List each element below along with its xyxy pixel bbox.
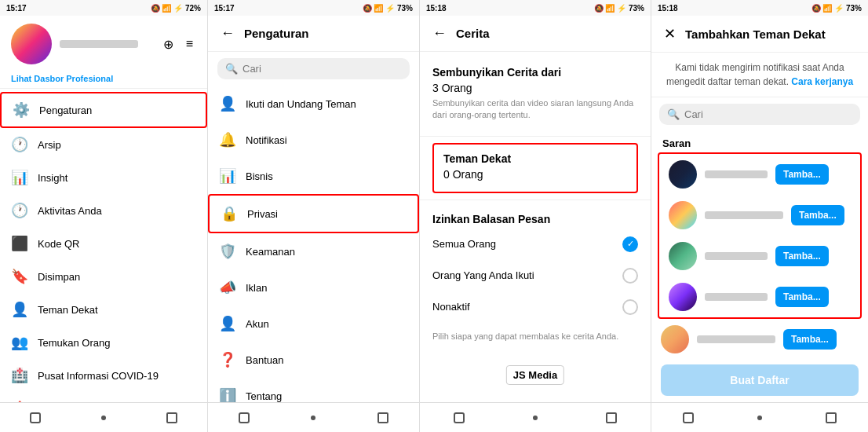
nav-back-2[interactable] <box>239 412 250 423</box>
bottom-nav-1 <box>0 402 207 432</box>
status-time-1: 15:17 <box>6 4 27 13</box>
bottom-nav-2 <box>208 402 419 432</box>
close-button[interactable]: ✕ <box>662 24 677 44</box>
close-friends-icon: 👤 <box>11 301 28 318</box>
status-icons-4: 🔕 📶 ⚡ 73% <box>811 4 862 13</box>
menu-item-covid[interactable]: 🏥 Pusat Informasi COVID-19 <box>0 359 207 392</box>
menu-item-temukan[interactable]: 👥 Temukan Orang <box>0 326 207 359</box>
nav-home-1[interactable] <box>101 416 106 420</box>
friend-buttons-box: Tamba... Tamba... Tamba... Tamba... <box>658 152 862 319</box>
settings-label-akun: Akun <box>246 318 269 330</box>
menu-label-covid: Pusat Informasi COVID-19 <box>38 370 159 382</box>
radio-off[interactable] <box>622 299 638 315</box>
menu-label-teman-dekat: Teman Dekat <box>38 304 98 316</box>
settings-label-bantuan: Bantuan <box>246 354 283 366</box>
menu-item-perbarui[interactable]: 📤 Perbarui Pengiriman Pesan <box>0 392 207 402</box>
menu-item-pengaturan[interactable]: ⚙️ Pengaturan <box>0 92 207 128</box>
story-title: Cerita <box>456 27 490 40</box>
panel-settings: 15:17 🔕 📶 ⚡ 73% ← Pengaturan 🔍 👤 Ikuti d… <box>208 0 420 432</box>
back-button-story[interactable]: ← <box>431 24 448 43</box>
friend-avatar-4 <box>669 283 697 311</box>
hide-section-value[interactable]: 3 Orang <box>432 82 638 94</box>
nav-back-3[interactable] <box>454 412 465 423</box>
friend-search-input[interactable] <box>684 108 852 120</box>
close-friends-header: ✕ Tambahkan Teman Dekat <box>651 16 868 53</box>
settings-label-iklan: Iklan <box>246 282 267 294</box>
story-divider-1 <box>420 136 651 137</box>
add-button-3[interactable]: Tamba... <box>775 246 829 266</box>
story-header: ← Cerita <box>420 16 651 52</box>
settings-item-akun[interactable]: 👤 Akun <box>208 306 419 342</box>
reply-option-following[interactable]: Orang Yang Anda Ikuti <box>432 260 638 291</box>
status-bar-1: 15:17 🔕 📶 ⚡ 72% <box>0 0 207 16</box>
settings-item-keamanan[interactable]: 🛡️ Keamanan <box>208 233 419 269</box>
add-icon[interactable]: ⊕ <box>160 34 177 55</box>
status-time-4: 15:18 <box>658 4 678 13</box>
reply-title: Izinkan Balasan Pesan <box>432 213 638 225</box>
menu-item-kode-qr[interactable]: ⬛ Kode QR <box>0 227 207 260</box>
nav-home-4[interactable] <box>757 416 762 420</box>
nav-back-1[interactable] <box>30 412 41 423</box>
menu-item-disimpan[interactable]: 🔖 Disimpan <box>0 260 207 293</box>
friend-name-5 <box>697 335 775 343</box>
add-button-1[interactable]: Tamba... <box>775 164 829 185</box>
close-friend-section[interactable]: Teman Dekat 0 Orang <box>432 143 638 193</box>
friend-name-4 <box>705 293 768 301</box>
radio-all[interactable] <box>622 236 638 252</box>
nav-square-4[interactable] <box>826 412 837 423</box>
nav-square-1[interactable] <box>166 412 177 423</box>
settings-item-tentang[interactable]: ℹ️ Tentang <box>208 378 419 402</box>
menu-item-insight[interactable]: 📊 Insight <box>0 161 207 194</box>
profile-header: ⊕ ≡ <box>11 24 196 64</box>
insight-icon: 📊 <box>11 169 28 186</box>
settings-label-privasi: Privasi <box>247 208 278 220</box>
settings-search-input[interactable] <box>243 63 402 75</box>
nav-home-3[interactable] <box>533 416 538 420</box>
settings-item-bisnis[interactable]: 📊 Bisnis <box>208 158 419 194</box>
saved-icon: 🔖 <box>11 268 28 285</box>
settings-item-iklan[interactable]: 📣 Iklan <box>208 269 419 306</box>
nav-back-4[interactable] <box>683 412 694 423</box>
hide-section-desc: Sembunyikan cerita dan video siaran lang… <box>432 97 638 122</box>
menu-item-teman-dekat[interactable]: 👤 Teman Dekat <box>0 293 207 326</box>
settings-search-bar[interactable]: 🔍 <box>217 58 410 79</box>
friend-item-2: Tamba... <box>659 195 860 236</box>
professional-link[interactable]: Lihat Dasbor Profesional <box>11 74 113 83</box>
settings-item-notifikasi[interactable]: 🔔 Notifikasi <box>208 122 419 158</box>
hide-section-title: Sembunyikan Cerita dari <box>432 66 638 79</box>
settings-icon: ⚙️ <box>13 101 30 119</box>
discover-icon: 👥 <box>11 334 28 351</box>
add-button-2[interactable]: Tamba... <box>791 205 844 225</box>
menu-item-aktivitas[interactable]: 🕐 Aktivitas Anda <box>0 194 207 227</box>
status-icons-1: 🔕 📶 ⚡ 72% <box>151 4 201 13</box>
menu-label-arsip: Arsip <box>38 139 61 151</box>
friend-search-bar[interactable]: 🔍 <box>659 104 860 125</box>
reply-option-off[interactable]: Nonaktif <box>432 291 638 323</box>
add-button-5[interactable]: Tamba... <box>783 329 837 350</box>
nav-square-3[interactable] <box>606 412 617 423</box>
settings-list: 👤 Ikuti dan Undang Teman 🔔 Notifikasi 📊 … <box>208 86 419 402</box>
back-button-settings[interactable]: ← <box>219 24 236 43</box>
create-list-button[interactable]: Buat Daftar <box>661 364 859 396</box>
radio-following[interactable] <box>622 268 638 284</box>
avatar <box>11 24 52 64</box>
archive-icon: 🕐 <box>11 136 28 153</box>
add-button-4[interactable]: Tamba... <box>775 287 829 307</box>
ads-icon: 📣 <box>219 279 236 296</box>
story-divider-2 <box>420 200 651 200</box>
reply-option-all[interactable]: Semua Orang <box>432 229 638 260</box>
settings-label-keamanan: Keamanan <box>246 246 295 258</box>
friend-notice-link[interactable]: Cara kerjanya <box>791 76 853 87</box>
menu-item-arsip[interactable]: 🕐 Arsip <box>0 128 207 161</box>
settings-item-privasi[interactable]: 🔒 Privasi <box>208 194 419 233</box>
nav-home-2[interactable] <box>311 416 315 420</box>
friend-name-1 <box>705 170 768 178</box>
reply-label-following: Orang Yang Anda Ikuti <box>432 269 534 281</box>
menu-icon[interactable]: ≡ <box>183 34 196 55</box>
reply-section: Izinkan Balasan Pesan Semua Orang Orang … <box>420 205 651 331</box>
settings-item-ikuti[interactable]: 👤 Ikuti dan Undang Teman <box>208 86 419 122</box>
nav-square-2[interactable] <box>377 412 388 423</box>
status-time-3: 15:18 <box>426 4 447 13</box>
activity-icon: 🕐 <box>11 202 28 219</box>
settings-item-bantuan[interactable]: ❓ Bantuan <box>208 342 419 378</box>
